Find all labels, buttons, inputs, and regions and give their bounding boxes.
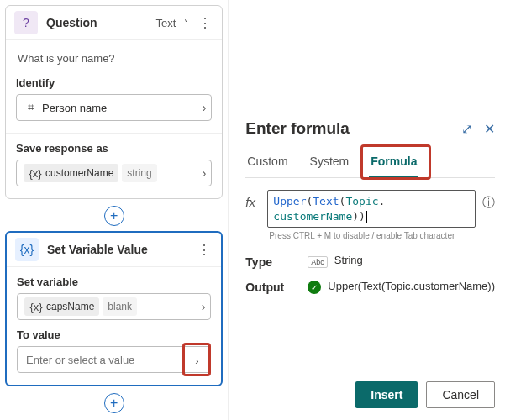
text-cursor	[366, 211, 367, 223]
set-variable-selector[interactable]: {x} capsName blank ›	[17, 293, 211, 320]
output-value: Upper(Text(Topic.customerName))	[328, 279, 495, 294]
insert-button[interactable]: Insert	[355, 381, 418, 408]
close-icon[interactable]: ✕	[484, 121, 495, 137]
save-as-label: Save response as	[16, 142, 212, 155]
to-value-expand-button[interactable]: ›	[187, 351, 206, 370]
formula-hint: Press CTRL + M to disable / enable Tab c…	[269, 231, 495, 240]
variable-tag: {x} capsName	[24, 297, 99, 316]
string-type-icon: Abc	[308, 256, 328, 268]
question-title: Question	[46, 16, 155, 29]
add-node-button[interactable]: +	[104, 206, 124, 226]
to-value-label: To value	[17, 328, 211, 341]
add-node-button[interactable]: +	[104, 393, 124, 413]
set-variable-label: Set variable	[17, 276, 211, 288]
variable-icon: {x}	[29, 167, 42, 180]
fx-label: fx	[245, 190, 260, 209]
type-label: Type	[245, 254, 299, 269]
set-variable-header: {x} Set Variable Value ⋮	[7, 233, 221, 267]
more-menu-icon[interactable]: ⋮	[197, 15, 213, 31]
set-variable-title: Set Variable Value	[47, 243, 196, 256]
panel-title: Enter formula	[245, 119, 461, 138]
identify-value: Person name	[42, 102, 107, 114]
question-prompt[interactable]: What is your name?	[18, 52, 212, 65]
output-label: Output	[245, 279, 299, 294]
variable-icon: {x}	[29, 301, 43, 313]
variable-icon: {x}	[15, 238, 39, 261]
tab-custom[interactable]: Custom	[245, 150, 289, 177]
chevron-right-icon: ›	[202, 300, 206, 313]
entity-icon: ⌗	[24, 101, 37, 114]
variable-state-tag: blank	[103, 297, 137, 316]
info-icon[interactable]: ⓘ	[482, 190, 495, 211]
identify-selector[interactable]: ⌗ Person name ›	[16, 94, 212, 121]
to-value-input[interactable]	[17, 346, 211, 373]
variable-tag: {x} customerName	[24, 164, 118, 182]
variable-type-tag: string	[122, 164, 156, 182]
tab-system[interactable]: System	[308, 150, 351, 177]
to-value-row: ›	[17, 346, 211, 373]
chevron-right-icon: ›	[203, 166, 207, 180]
set-variable-card: {x} Set Variable Value ⋮ Set variable {x…	[5, 231, 223, 386]
more-menu-icon[interactable]: ⋮	[196, 242, 213, 258]
cancel-button[interactable]: Cancel	[426, 381, 495, 408]
question-card-header: ? Question Text ˅ ⋮	[6, 6, 222, 40]
formula-input[interactable]: Upper(Text(Topic.customerName))	[267, 190, 476, 228]
expand-icon[interactable]: ⤢	[461, 121, 472, 137]
tab-formula[interactable]: Formula	[369, 150, 418, 178]
formula-tabs: Custom System Formula	[245, 150, 495, 178]
chevron-down-icon[interactable]: ˅	[184, 18, 188, 28]
type-value: String	[334, 254, 363, 266]
save-as-selector[interactable]: {x} customerName string ›	[16, 160, 212, 186]
question-type-label[interactable]: Text	[155, 17, 176, 29]
chevron-right-icon: ›	[203, 101, 207, 114]
formula-panel: Enter formula ⤢ ✕ Custom System Formula …	[228, 0, 505, 420]
question-icon: ?	[14, 11, 38, 34]
success-icon: ✓	[308, 281, 321, 294]
question-card: ? Question Text ˅ ⋮ What is your name? I…	[5, 5, 223, 199]
identify-label: Identify	[16, 76, 212, 89]
